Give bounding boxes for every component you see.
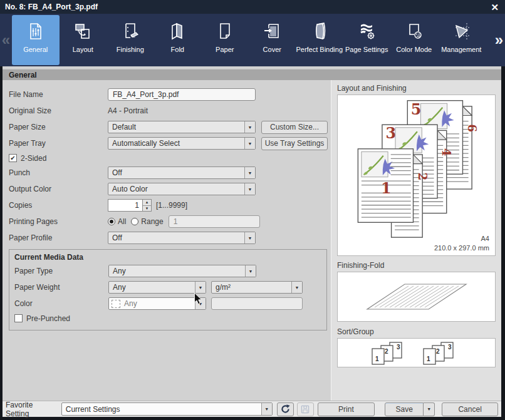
tab-label: Management bbox=[441, 46, 481, 53]
current-media-data-title: Current Media Data bbox=[14, 252, 323, 263]
scroll-tabs-left-icon[interactable]: « bbox=[0, 14, 12, 66]
two-sided-label: 2-Sided bbox=[21, 154, 46, 163]
tab-general[interactable]: General bbox=[12, 15, 60, 65]
titlebar: No. 8: FB_A4_Port_3p.pdf ✕ bbox=[0, 0, 505, 14]
layout-preview-image: 6 5 bbox=[348, 98, 485, 238]
pre-punched-label: Pre-Punched bbox=[26, 314, 70, 323]
paper-tray-label: Paper Tray bbox=[9, 139, 108, 148]
punch-select[interactable]: Off ▼ bbox=[108, 166, 256, 179]
printing-pages-row: Printing Pages All Range 1 bbox=[9, 213, 331, 230]
pages-range-radio[interactable] bbox=[131, 218, 138, 225]
layout-preview: 6 5 bbox=[337, 95, 496, 256]
management-icon bbox=[450, 17, 472, 46]
punch-label: Punch bbox=[9, 168, 108, 177]
paper-weight-label: Paper Weight bbox=[14, 283, 108, 292]
svg-text:5: 5 bbox=[410, 101, 421, 118]
dropdown-arrow-icon[interactable]: ▼ bbox=[245, 265, 256, 277]
tab-management[interactable]: Management bbox=[438, 14, 486, 66]
spin-down-icon[interactable]: ▼ bbox=[143, 206, 151, 212]
tab-color-mode[interactable]: Color Mode bbox=[390, 14, 438, 66]
paper-tray-select[interactable]: Automatically Select ▼ bbox=[108, 137, 256, 150]
paper-weight-select[interactable]: Any ▼ bbox=[108, 281, 206, 294]
tab-paper[interactable]: Paper bbox=[201, 14, 249, 66]
dropdown-arrow-icon[interactable]: ▼ bbox=[291, 282, 302, 293]
tab-perfect-binding[interactable]: Perfect Binding bbox=[296, 14, 343, 66]
cancel-button[interactable]: Cancel bbox=[442, 402, 498, 416]
save-dropdown-arrow-icon[interactable]: ▼ bbox=[424, 402, 435, 416]
color-extra-input[interactable] bbox=[211, 297, 303, 310]
sort-preview: 3 2 1 3 2 1 bbox=[337, 338, 496, 367]
copies-stepper[interactable]: ▲ ▼ bbox=[143, 199, 152, 212]
preview-panel: Layout and Finishing bbox=[331, 80, 501, 401]
tab-label: Cover bbox=[263, 46, 281, 53]
copies-input[interactable]: 1 bbox=[108, 199, 143, 212]
finishing-fold-title: Finishing-Fold bbox=[337, 260, 496, 272]
paper-size-row: Paper Size Default ▼ Custom Size... bbox=[9, 119, 331, 135]
dropdown-arrow-icon[interactable]: ▼ bbox=[195, 282, 206, 293]
print-button[interactable]: Print bbox=[318, 402, 375, 416]
tab-page-settings[interactable]: Page Settings bbox=[343, 14, 391, 66]
scroll-tabs-right-icon[interactable]: » bbox=[493, 14, 505, 66]
pre-punched-checkbox[interactable] bbox=[14, 314, 23, 322]
output-color-select[interactable]: Auto Color ▼ bbox=[108, 183, 256, 195]
pages-all-label: All bbox=[118, 217, 126, 226]
paper-weight-unit-select[interactable]: g/m² ▼ bbox=[211, 281, 303, 294]
spin-up-icon[interactable]: ▲ bbox=[143, 200, 151, 206]
custom-size-button[interactable]: Custom Size... bbox=[261, 121, 328, 134]
original-size-value: A4 - Portrait bbox=[108, 106, 148, 115]
tab-fold[interactable]: Fold bbox=[154, 14, 202, 66]
tab-label: Perfect Binding bbox=[296, 46, 343, 53]
bottom-bar: Favorite Setting Current Settings ▼ Prin… bbox=[3, 401, 501, 417]
close-icon[interactable]: ✕ bbox=[491, 3, 499, 12]
paper-type-row: Paper Type Any ▼ bbox=[14, 263, 323, 279]
current-media-data-group: Current Media Data Paper Type Any ▼ Pape… bbox=[9, 249, 327, 330]
dropdown-arrow-icon[interactable]: ▼ bbox=[244, 167, 255, 178]
media-color-select[interactable]: Any ▼ bbox=[108, 297, 206, 310]
paper-size-label: Paper Size bbox=[9, 123, 108, 131]
file-name-row: File Name FB_A4_Port_3p.pdf bbox=[9, 86, 331, 103]
paper-type-select[interactable]: Any ▼ bbox=[108, 265, 256, 277]
original-size-row: Original Size A4 - Portrait bbox=[9, 103, 331, 119]
svg-text:2: 2 bbox=[436, 348, 440, 355]
dropdown-arrow-icon[interactable]: ▼ bbox=[261, 403, 272, 415]
use-tray-settings-button[interactable]: Use Tray Settings bbox=[261, 137, 328, 150]
section-header: General bbox=[3, 69, 501, 80]
color-mode-icon bbox=[403, 17, 425, 46]
dropdown-arrow-icon[interactable]: ▼ bbox=[244, 121, 255, 133]
copies-row: Copies 1 ▲ ▼ [1...9999] bbox=[9, 197, 331, 213]
paper-dimensions: 210.0 x 297.0 mm bbox=[434, 243, 489, 252]
refresh-button[interactable] bbox=[277, 402, 294, 416]
paper-profile-select[interactable]: Off ▼ bbox=[108, 232, 256, 244]
file-name-input[interactable]: FB_A4_Port_3p.pdf bbox=[108, 88, 256, 101]
original-size-label: Original Size bbox=[9, 106, 108, 115]
favorite-setting-select[interactable]: Current Settings ▼ bbox=[61, 402, 273, 416]
tab-label: General bbox=[23, 46, 48, 53]
tab-label: Layout bbox=[73, 46, 93, 53]
tab-label: Color Mode bbox=[396, 46, 432, 53]
general-form: File Name FB_A4_Port_3p.pdf Original Siz… bbox=[3, 80, 331, 401]
tab-layout[interactable]: Layout bbox=[60, 14, 107, 66]
dropdown-arrow-icon[interactable]: ▼ bbox=[244, 232, 255, 243]
paper-profile-row: Paper Profile Off ▼ bbox=[9, 230, 331, 246]
paper-size-select[interactable]: Default ▼ bbox=[108, 121, 256, 133]
two-sided-row: ✔ 2-Sided bbox=[9, 151, 331, 165]
output-color-label: Output Color bbox=[9, 185, 108, 193]
sort-preview-image: 3 2 1 3 2 1 bbox=[364, 340, 469, 366]
printing-pages-label: Printing Pages bbox=[9, 217, 108, 226]
two-sided-checkbox[interactable]: ✔ bbox=[9, 154, 17, 162]
pages-range-input[interactable]: 1 bbox=[169, 215, 260, 228]
svg-text:6: 6 bbox=[465, 124, 478, 132]
color-label: Color bbox=[14, 299, 108, 308]
tab-cover[interactable]: Cover bbox=[249, 14, 296, 66]
dropdown-arrow-icon[interactable]: ▼ bbox=[244, 138, 255, 149]
tab-finishing[interactable]: Finishing bbox=[107, 14, 154, 66]
svg-text:1: 1 bbox=[381, 180, 392, 197]
dropdown-arrow-icon[interactable]: ▼ bbox=[195, 298, 206, 309]
pages-all-radio[interactable] bbox=[108, 218, 115, 225]
save-favorite-button bbox=[297, 402, 314, 416]
save-button[interactable]: Save bbox=[385, 402, 424, 416]
dropdown-arrow-icon[interactable]: ▼ bbox=[244, 183, 255, 195]
svg-text:1: 1 bbox=[427, 356, 430, 362]
floppy-disk-icon bbox=[300, 404, 310, 414]
dialog-body: General File Name FB_A4_Port_3p.pdf Orig… bbox=[3, 66, 501, 417]
